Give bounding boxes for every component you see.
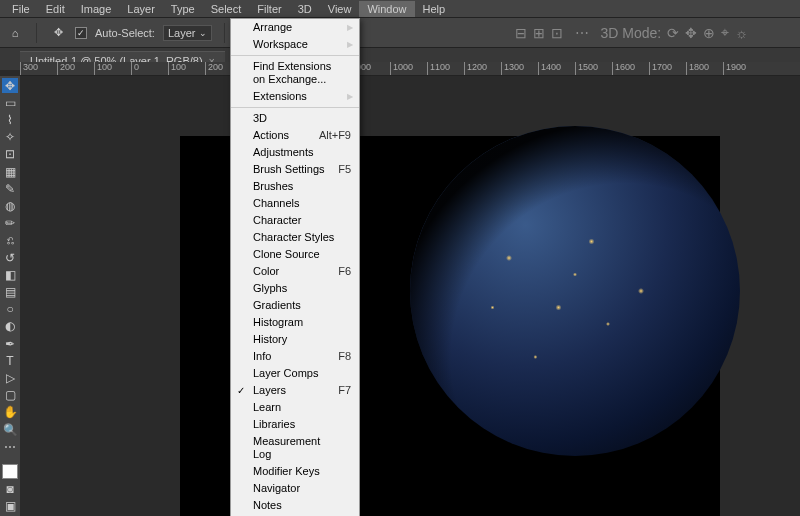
menu-item-libraries[interactable]: Libraries [231, 416, 359, 433]
heal-tool[interactable]: ◍ [2, 198, 18, 213]
blur-tool[interactable]: ○ [2, 302, 18, 317]
quickmask-toggle[interactable]: ◙ [2, 481, 18, 496]
move-tool[interactable]: ✥ [2, 78, 18, 93]
pan-icon: ✥ [685, 25, 697, 41]
brush-tool[interactable]: ✏ [2, 216, 18, 231]
home-icon[interactable]: ⌂ [6, 24, 24, 42]
history-brush-tool[interactable]: ↺ [2, 250, 18, 265]
menu-item-workspace[interactable]: Workspace▶ [231, 36, 359, 53]
horizontal-ruler: 3002001000100200700800900100011001200130… [20, 62, 800, 76]
menu-item-info[interactable]: InfoF8 [231, 348, 359, 365]
menu-item-glyphs[interactable]: Glyphs [231, 280, 359, 297]
menu-item-character-styles[interactable]: Character Styles [231, 229, 359, 246]
menu-item-clone-source[interactable]: Clone Source [231, 246, 359, 263]
menu-item-3d[interactable]: 3D [231, 110, 359, 127]
menu-image[interactable]: Image [73, 1, 120, 17]
ruler-tick: 1700 [649, 62, 686, 76]
align-icon: ⊞ [533, 25, 545, 41]
menu-item-character[interactable]: Character [231, 212, 359, 229]
type-tool[interactable]: T [2, 353, 18, 368]
window-menu-dropdown: Arrange▶Workspace▶Find Extensions on Exc… [230, 18, 360, 516]
tool-box: ✥ ▭ ⌇ ✧ ⊡ ▦ ✎ ◍ ✏ ⎌ ↺ ◧ ▤ ○ ◐ ✒ T ▷ ▢ ✋ … [0, 76, 20, 516]
ruler-tick: 300 [20, 62, 57, 76]
menu-item-notes[interactable]: Notes [231, 497, 359, 514]
menu-file[interactable]: File [4, 1, 38, 17]
eyedropper-tool[interactable]: ✎ [2, 181, 18, 196]
mode-3d-label: 3D Mode: [601, 25, 662, 41]
ruler-tick: 100 [94, 62, 131, 76]
menu-item-find-extensions-on-exchange-[interactable]: Find Extensions on Exchange... [231, 58, 359, 88]
layer-type-select[interactable]: Layer [163, 25, 213, 41]
foreground-color[interactable] [2, 464, 18, 479]
menu-bar: FileEditImageLayerTypeSelectFilter3DView… [0, 0, 800, 18]
menu-select[interactable]: Select [203, 1, 250, 17]
menu-item-navigator[interactable]: Navigator [231, 480, 359, 497]
light-icon: ☼ [735, 25, 748, 41]
menu-edit[interactable]: Edit [38, 1, 73, 17]
menu-help[interactable]: Help [415, 1, 454, 17]
hand-tool[interactable]: ✋ [2, 405, 18, 420]
zoom-tool[interactable]: 🔍 [2, 422, 18, 437]
screen-mode[interactable]: ▣ [2, 499, 18, 514]
menu-item-color[interactable]: ColorF6 [231, 263, 359, 280]
ruler-tick: 100 [168, 62, 205, 76]
menu-window[interactable]: Window [359, 1, 414, 17]
ruler-tick: 0 [131, 62, 168, 76]
ruler-tick: 1000 [390, 62, 427, 76]
menu-item-adjustments[interactable]: Adjustments [231, 144, 359, 161]
menu-item-arrange[interactable]: Arrange▶ [231, 19, 359, 36]
menu-view[interactable]: View [320, 1, 360, 17]
ruler-tick: 1300 [501, 62, 538, 76]
menu-item-learn[interactable]: Learn [231, 399, 359, 416]
menu-item-history[interactable]: History [231, 331, 359, 348]
orbit-icon: ⟳ [667, 25, 679, 41]
menu-item-actions[interactable]: ActionsAlt+F9 [231, 127, 359, 144]
dolly-icon: ⊕ [703, 25, 715, 41]
ruler-tick: 1400 [538, 62, 575, 76]
path-tool[interactable]: ▷ [2, 370, 18, 385]
pen-tool[interactable]: ✒ [2, 336, 18, 351]
edit-toolbar[interactable]: ⋯ [2, 439, 18, 454]
stamp-tool[interactable]: ⎌ [2, 233, 18, 248]
menu-item-extensions[interactable]: Extensions▶ [231, 88, 359, 105]
menu-3d[interactable]: 3D [290, 1, 320, 17]
camera-icon: ⌖ [721, 24, 729, 41]
menu-filter[interactable]: Filter [249, 1, 289, 17]
menu-item-brushes[interactable]: Brushes [231, 178, 359, 195]
auto-select-checkbox[interactable] [75, 27, 87, 39]
menu-item-histogram[interactable]: Histogram [231, 314, 359, 331]
options-bar: ⌂ ✥ Auto-Select: Layer Show Transform C … [0, 18, 800, 48]
menu-type[interactable]: Type [163, 1, 203, 17]
menu-item-measurement-log[interactable]: Measurement Log [231, 433, 359, 463]
ruler-tick: 1600 [612, 62, 649, 76]
menu-item-channels[interactable]: Channels [231, 195, 359, 212]
earth-image [410, 126, 740, 456]
eraser-tool[interactable]: ◧ [2, 267, 18, 282]
align-icon: ⊡ [551, 25, 563, 41]
gradient-tool[interactable]: ▤ [2, 284, 18, 299]
move-tool-icon[interactable]: ✥ [49, 24, 67, 42]
align-icon: ⊟ [515, 25, 527, 41]
ruler-tick: 1100 [427, 62, 464, 76]
shape-tool[interactable]: ▢ [2, 388, 18, 403]
frame-tool[interactable]: ▦ [2, 164, 18, 179]
menu-layer[interactable]: Layer [119, 1, 163, 17]
menu-item-layers[interactable]: LayersF7 [231, 382, 359, 399]
auto-select-label: Auto-Select: [95, 27, 155, 39]
menu-item-modifier-keys[interactable]: Modifier Keys [231, 463, 359, 480]
menu-item-gradients[interactable]: Gradients [231, 297, 359, 314]
ruler-tick: 1200 [464, 62, 501, 76]
ruler-tick: 1900 [723, 62, 760, 76]
crop-tool[interactable]: ⊡ [2, 147, 18, 162]
align-icons[interactable]: ⊟⊞⊡ ⋯ 3D Mode: ⟳✥⊕⌖☼ [515, 24, 749, 41]
menu-item-layer-comps[interactable]: Layer Comps [231, 365, 359, 382]
menu-item-brush-settings[interactable]: Brush SettingsF5 [231, 161, 359, 178]
ruler-tick: 1500 [575, 62, 612, 76]
lasso-tool[interactable]: ⌇ [2, 112, 18, 127]
ruler-tick: 1800 [686, 62, 723, 76]
ruler-tick: 200 [57, 62, 94, 76]
marquee-tool[interactable]: ▭ [2, 95, 18, 110]
wand-tool[interactable]: ✧ [2, 130, 18, 145]
dodge-tool[interactable]: ◐ [2, 319, 18, 334]
canvas-area[interactable] [20, 76, 800, 516]
